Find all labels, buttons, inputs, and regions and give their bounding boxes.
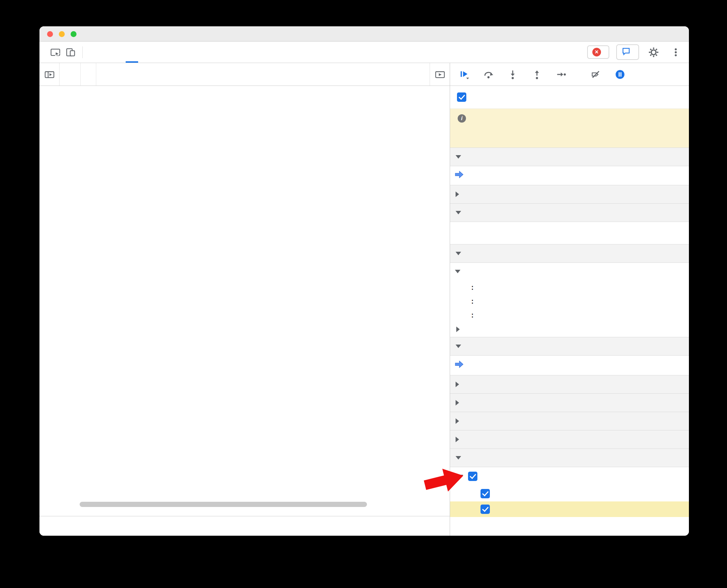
scope-global-row[interactable]	[450, 322, 689, 337]
triangle-down-icon	[456, 211, 461, 214]
scope-variable-row[interactable]: :	[450, 308, 689, 322]
triangle-right-icon	[456, 400, 459, 406]
toolbar-separator	[82, 46, 83, 58]
debugger-sidebar: : : :	[450, 63, 689, 536]
error-badge[interactable]	[587, 45, 609, 59]
debugger-toolbar	[450, 63, 689, 86]
tab-performance[interactable]	[159, 42, 177, 63]
execution-arrow-icon	[455, 360, 464, 371]
zoom-window-button[interactable]	[71, 31, 77, 37]
section-global-listeners[interactable]	[450, 412, 689, 430]
triangle-right-icon	[456, 418, 459, 424]
tab-network[interactable]	[141, 42, 159, 63]
trusted-type-violations-checkbox[interactable]	[468, 472, 477, 481]
policy-violations-checkbox[interactable]	[481, 505, 490, 514]
section-csp-violation-breakpoints[interactable]	[450, 448, 689, 467]
triangle-right-icon	[456, 191, 459, 197]
step-out-icon[interactable]	[532, 69, 542, 80]
traffic-lights	[47, 26, 77, 42]
scope-variable-row[interactable]: :	[450, 294, 689, 308]
section-threads[interactable]	[450, 148, 689, 166]
error-icon	[592, 48, 601, 56]
section-scope[interactable]	[450, 244, 689, 263]
tab-console[interactable]	[105, 42, 123, 63]
thread-main-row[interactable]	[450, 166, 689, 185]
triangle-right-icon	[456, 382, 459, 387]
device-toolbar-icon[interactable]	[63, 45, 78, 60]
scope-variable-row[interactable]: :	[450, 280, 689, 294]
section-call-stack[interactable]	[450, 337, 689, 356]
navigator-toggle-icon[interactable]	[39, 63, 60, 86]
tab-sources[interactable]	[123, 42, 141, 63]
resume-script-icon[interactable]	[459, 69, 469, 80]
more-tabs-chevron[interactable]	[195, 42, 206, 63]
no-breakpoints-text	[450, 222, 689, 244]
triangle-down-icon	[456, 345, 461, 348]
step-over-icon[interactable]	[483, 69, 494, 80]
sink-violations-row[interactable]	[450, 485, 689, 501]
window-titlebar	[39, 26, 689, 42]
section-dom-breakpoints[interactable]	[450, 393, 689, 412]
toolbar-right	[587, 44, 683, 60]
step-icon[interactable]	[556, 69, 566, 80]
code-editor[interactable]	[39, 86, 450, 516]
tab-memory[interactable]	[177, 42, 195, 63]
file-tab-bar	[39, 63, 450, 86]
devtools-window: : : :	[39, 26, 689, 536]
devtools-toolbar	[39, 42, 689, 63]
triangle-right-icon	[456, 327, 460, 332]
section-event-listener-breakpoints[interactable]	[450, 430, 689, 449]
info-icon	[458, 114, 466, 123]
triangle-right-icon	[456, 437, 459, 442]
devtools-main: : : :	[39, 63, 689, 536]
triangle-down-icon	[456, 456, 461, 460]
triangle-down-icon	[456, 155, 461, 159]
editor-status-bar	[39, 516, 450, 536]
trusted-type-violations-row[interactable]	[450, 467, 689, 485]
section-watch[interactable]	[450, 185, 689, 204]
sources-pane	[39, 63, 450, 536]
red-annotation-arrow	[422, 465, 467, 497]
section-breakpoints[interactable]	[450, 203, 689, 222]
policy-violations-row[interactable]	[450, 501, 689, 517]
scope-script-row[interactable]	[450, 263, 689, 280]
triangle-down-icon	[455, 270, 460, 273]
settings-gear-icon[interactable]	[646, 45, 661, 60]
file-tab-runtime[interactable]	[81, 63, 96, 86]
deactivate-breakpoints-icon[interactable]	[591, 69, 601, 80]
paused-banner	[450, 109, 689, 148]
pause-on-caught-row[interactable]	[450, 86, 689, 109]
minimize-window-button[interactable]	[59, 31, 65, 37]
file-tab-index[interactable]	[60, 63, 81, 86]
horizontal-scrollbar[interactable]	[80, 502, 367, 507]
tab-elements[interactable]	[87, 42, 105, 63]
step-into-icon[interactable]	[508, 69, 518, 80]
issues-bubble-icon	[621, 47, 631, 57]
desktop-background: : : :	[0, 0, 727, 588]
close-window-button[interactable]	[47, 31, 53, 37]
panel-tabs	[87, 42, 206, 63]
pause-on-exceptions-icon[interactable]	[615, 69, 625, 80]
inspect-element-icon[interactable]	[48, 45, 63, 60]
triangle-down-icon	[456, 252, 461, 255]
issues-badge[interactable]	[616, 44, 639, 60]
sink-violations-checkbox[interactable]	[481, 489, 490, 498]
kebab-menu-icon[interactable]	[668, 45, 683, 60]
pause-on-caught-checkbox[interactable]	[457, 92, 466, 102]
execution-arrow-icon	[455, 170, 464, 181]
call-stack-frame-row[interactable]	[450, 356, 689, 375]
editor-pane-toggle-icon[interactable]	[430, 63, 450, 86]
section-xhr-fetch-breakpoints[interactable]	[450, 375, 689, 394]
